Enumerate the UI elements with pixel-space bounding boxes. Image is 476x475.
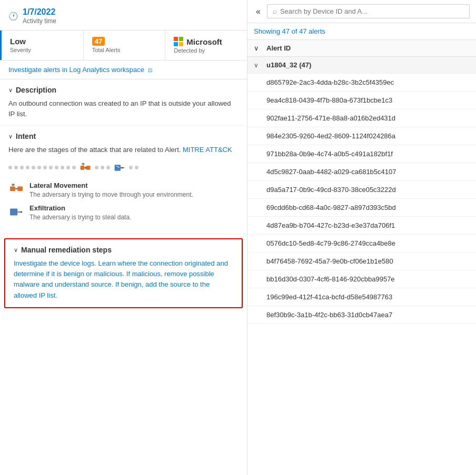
table-row[interactable]: b4f76458-7692-45a7-9e0b-cf06e1b1e580: [247, 252, 476, 270]
svg-marker-15: [21, 211, 23, 213]
description-title: Description: [16, 86, 56, 94]
severity-label: Severity: [10, 47, 75, 53]
exfiltration-icon: [112, 160, 127, 175]
timeline-dot: [49, 166, 53, 169]
timeline-dot: [43, 166, 47, 169]
description-section: ∨ Description An outbound connection was…: [0, 79, 247, 126]
timeline-dot: [106, 166, 110, 169]
table-row[interactable]: d9a5a717-0b9c-49cd-8370-38ce05c3222d: [247, 181, 476, 199]
alert-id-cell: bb16d30d-0307-4cf6-8146-920cbba9957e: [266, 275, 395, 283]
svg-rect-0: [81, 166, 84, 169]
microsoft-logo-icon: [174, 37, 183, 46]
exfiltration-item-icon: [8, 204, 24, 220]
search-box[interactable]: ⌕: [267, 4, 470, 18]
timeline-dot: [26, 166, 29, 169]
table-row[interactable]: d865792e-2ac3-4dda-b28c-3b2c5f4359ec: [247, 74, 476, 92]
table-row[interactable]: 4d87ea9b-b704-427c-b23d-e3e37da706f1: [247, 217, 476, 235]
intent-chevron-icon: ∨: [8, 133, 13, 140]
detected-by-name: Microsoft: [186, 37, 222, 46]
total-alerts-stat: 47 47 Total Alerts: [84, 31, 166, 60]
lateral-movement-icon: [78, 160, 93, 175]
intent-intro-text: Here are the stages of the attack that a…: [8, 146, 181, 154]
alert-id-cell: 984e2305-9260-4ed2-8609-1124f024286a: [266, 132, 395, 140]
intent-section: ∨ Intent Here are the stages of the atta…: [0, 126, 247, 234]
alert-id-cell: 69cdd6bb-cd68-4a0c-9827-a897d393c5bd: [266, 204, 396, 211]
activity-header: 🕐 1/7/2022 Activity time: [0, 0, 247, 31]
external-link-icon: ⊡: [148, 67, 152, 73]
right-top-bar: « ⌕: [247, 0, 476, 23]
alert-id-cell: 9ea4c818-0439-4f7b-880a-673f1bcbe1c3: [266, 96, 392, 104]
description-text: An outbound connection was created to an…: [8, 98, 239, 119]
results-text: Showing 47 of 47 alerts: [254, 27, 325, 35]
alert-id-cell: 902fae11-2756-471e-88a8-a016b2ed431d: [266, 114, 395, 122]
alert-id-column-header: Alert ID: [266, 44, 470, 52]
manual-remediation-chevron-icon: ∨: [14, 247, 18, 254]
alert-id-cell: 196c99ed-412f-41ca-bcfd-d58e54987763: [266, 293, 392, 301]
alert-rows-container: d865792e-2ac3-4dda-b28c-3b2c5f4359ec9ea4…: [247, 74, 476, 324]
timeline-dot: [37, 166, 41, 169]
intent-title: Intent: [16, 132, 36, 140]
table-row[interactable]: 971bb28a-0b9e-4c74-a0b5-c491a182bf1f: [247, 145, 476, 163]
table-row[interactable]: 9ea4c818-0439-4f7b-880a-673f1bcbe1c3: [247, 92, 476, 109]
total-alerts-value: 47 47: [92, 37, 157, 46]
results-count: Showing 47 of 47 alerts: [247, 23, 476, 40]
group-label: u1804_32 (47): [266, 61, 311, 69]
exfiltration-item: Exfiltration The adversary is trying to …: [8, 204, 239, 222]
clock-icon: 🕐: [8, 12, 18, 21]
table-row[interactable]: 902fae11-2756-471e-88a8-a016b2ed431d: [247, 109, 476, 127]
description-chevron-icon: ∨: [8, 87, 13, 94]
svg-rect-8: [17, 186, 23, 191]
manual-remediation-header[interactable]: ∨ Manual remediation steps: [14, 246, 233, 254]
intent-header[interactable]: ∨ Intent: [8, 132, 239, 140]
exfiltration-desc: The adversary is trying to steal data.: [29, 213, 131, 222]
lateral-movement-title: Lateral Movement: [29, 181, 193, 189]
lateral-movement-item-icon: [8, 181, 24, 197]
expand-col-header: ∨: [254, 44, 266, 52]
svg-rect-7: [10, 186, 15, 191]
timeline-dot: [55, 166, 58, 169]
table-row[interactable]: bb16d30d-0307-4cf6-8146-920cbba9957e: [247, 270, 476, 288]
activity-date: 1/7/2022: [23, 7, 56, 17]
alert-id-cell: 971bb28a-0b9e-4c74-a0b5-c491a182bf1f: [266, 150, 393, 158]
activity-label: Activity time: [23, 17, 56, 25]
table-row[interactable]: 4d5c9827-0aab-4482-a029-ca681b5c4107: [247, 163, 476, 181]
timeline-dot: [14, 166, 18, 169]
group-chevron-icon: ∨: [254, 62, 266, 69]
detected-by-stat: Microsoft Detected by: [165, 31, 247, 60]
alert-group-row[interactable]: ∨ u1804_32 (47): [247, 57, 476, 74]
timeline-dot: [72, 166, 76, 169]
right-panel: « ⌕ Showing 47 of 47 alerts ∨ Alert ID ∨…: [247, 0, 476, 475]
back-button[interactable]: «: [254, 5, 263, 18]
table-row[interactable]: 196c99ed-412f-41ca-bcfd-d58e54987763: [247, 288, 476, 306]
description-header[interactable]: ∨ Description: [8, 86, 239, 94]
svg-rect-3: [82, 163, 85, 165]
timeline-dot: [32, 166, 35, 169]
link-text: Investigate alerts in Log Analytics work…: [8, 66, 144, 74]
severity-stat: Low Severity: [0, 31, 84, 60]
exfiltration-title: Exfiltration: [29, 204, 131, 212]
severity-value: Low: [10, 37, 75, 46]
mitre-link[interactable]: MITRE ATT&CK: [183, 146, 232, 154]
alert-id-cell: 8ef30b9c-3a1b-4f2c-bb63-31d0cb47aea7: [266, 311, 392, 319]
table-header: ∨ Alert ID: [247, 40, 476, 57]
search-input[interactable]: [280, 7, 464, 15]
table-row[interactable]: 984e2305-9260-4ed2-8609-1124f024286a: [247, 127, 476, 145]
stats-row: Low Severity 47 47 Total Alerts Microsof…: [0, 31, 247, 60]
lateral-movement-content: Lateral Movement The adversary is trying…: [29, 181, 193, 199]
log-analytics-link[interactable]: Investigate alerts in Log Analytics work…: [8, 66, 152, 74]
alert-id-cell: d865792e-2ac3-4dda-b28c-3b2c5f4359ec: [266, 78, 394, 86]
table-row[interactable]: 0576dc10-5ed8-4c79-9c86-2749cca4be8e: [247, 235, 476, 252]
alert-table: ∨ Alert ID ∨ u1804_32 (47) d865792e-2ac3…: [247, 40, 476, 475]
total-alerts-label: Total Alerts: [92, 47, 157, 53]
alert-id-cell: 4d5c9827-0aab-4482-a029-ca681b5c4107: [266, 168, 396, 176]
intent-intro: Here are the stages of the attack that a…: [8, 145, 239, 155]
table-row[interactable]: 8ef30b9c-3a1b-4f2c-bb63-31d0cb47aea7: [247, 306, 476, 324]
detected-by-value: Microsoft: [174, 37, 239, 46]
timeline-dot: [135, 166, 138, 169]
table-row[interactable]: 69cdd6bb-cd68-4a0c-9827-a897d393c5bd: [247, 199, 476, 217]
alert-id-cell: 4d87ea9b-b704-427c-b23d-e3e37da706f1: [266, 221, 395, 229]
timeline-dot: [20, 166, 24, 169]
timeline-dot: [95, 166, 98, 169]
detected-by-label: Detected by: [174, 47, 239, 54]
svg-rect-13: [10, 209, 17, 216]
